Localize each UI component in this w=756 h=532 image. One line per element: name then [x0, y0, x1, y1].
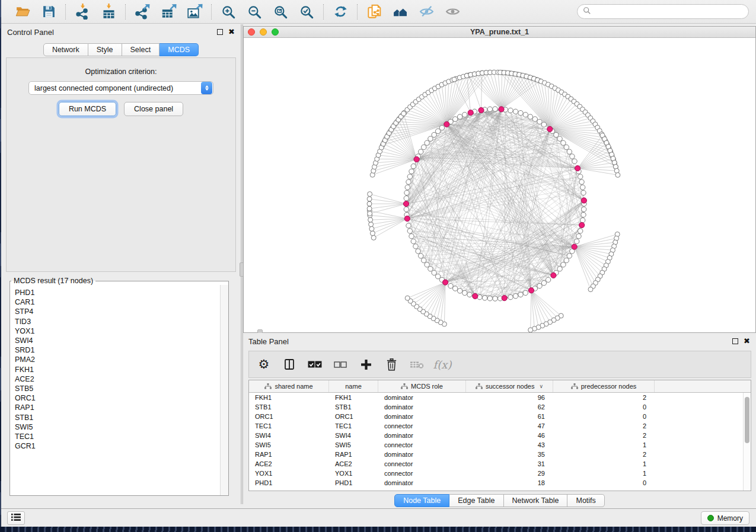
graph-node[interactable] [422, 145, 426, 149]
graph-hub-node[interactable] [579, 222, 585, 227]
graph-node[interactable] [406, 180, 411, 184]
graph-node[interactable] [561, 262, 566, 267]
graph-node[interactable] [409, 169, 414, 174]
close-table-panel-icon[interactable]: ✖ [744, 338, 750, 344]
graph-hub-node[interactable] [528, 288, 534, 293]
delete-table-button[interactable] [409, 357, 425, 372]
graph-node[interactable] [567, 254, 572, 258]
graph-node[interactable] [409, 234, 414, 239]
mcds-result-item[interactable]: ACE2 [15, 374, 219, 384]
graph-node[interactable] [567, 149, 572, 154]
graph-node[interactable] [401, 111, 406, 116]
tab-edge-table[interactable]: Edge Table [449, 494, 503, 507]
first-neighbors-button[interactable] [391, 3, 410, 21]
open-file-button[interactable] [13, 3, 32, 21]
graph-node[interactable] [508, 108, 513, 113]
table-row[interactable]: TEC1TEC1connector472 [249, 421, 743, 431]
export-image-button[interactable] [185, 3, 204, 21]
graph-node[interactable] [581, 190, 586, 195]
table-scrollbar-thumb[interactable] [745, 397, 749, 443]
graph-node[interactable] [413, 244, 418, 249]
graph-node[interactable] [588, 287, 593, 292]
graph-hub-node[interactable] [499, 107, 504, 112]
graph-node[interactable] [564, 258, 569, 262]
graph-node[interactable] [411, 164, 416, 168]
mcds-result-item[interactable]: STB1 [15, 413, 219, 422]
mcds-list-scrollbar[interactable] [220, 285, 228, 495]
graph-node[interactable] [513, 294, 518, 299]
mcds-result-item[interactable]: FKH1 [15, 365, 219, 374]
graph-node[interactable] [428, 267, 433, 271]
hide-selected-button[interactable] [417, 3, 436, 21]
graph-node[interactable] [369, 222, 374, 227]
graph-node[interactable] [425, 262, 429, 267]
graph-node[interactable] [582, 207, 586, 211]
graph-node[interactable] [425, 140, 429, 145]
zoom-selected-button[interactable] [297, 3, 316, 21]
export-table-button[interactable] [159, 3, 178, 21]
graph-node[interactable] [537, 119, 542, 124]
mcds-result-item[interactable]: SWI4 [15, 336, 219, 345]
table-row[interactable]: PHD1PHD1dominator180 [249, 478, 743, 488]
zoom-in-button[interactable] [219, 3, 238, 21]
graph-node[interactable] [435, 274, 440, 278]
table-row[interactable]: SWI5SWI5connector431 [249, 440, 743, 450]
graph-node[interactable] [405, 185, 410, 190]
table-settings-button[interactable]: ⚙ [256, 357, 272, 372]
graph-node[interactable] [367, 206, 372, 211]
mcds-result-item[interactable]: STB5 [15, 384, 219, 393]
graph-node[interactable] [405, 296, 410, 300]
graph-hub-node[interactable] [404, 216, 410, 221]
graph-node[interactable] [572, 159, 577, 164]
graph-node[interactable] [579, 180, 584, 184]
column-header-name[interactable]: name [329, 380, 378, 392]
table-row[interactable]: FKH1FKH1dominator962 [249, 393, 743, 402]
graph-hub-node[interactable] [479, 107, 484, 113]
export-network-button[interactable] [133, 3, 152, 21]
graph-node[interactable] [368, 217, 373, 222]
graph-node[interactable] [528, 328, 533, 332]
graph-node[interactable] [432, 132, 436, 137]
graph-node[interactable] [576, 234, 581, 239]
graph-node[interactable] [615, 172, 620, 177]
graph-node[interactable] [537, 283, 542, 288]
table-scrollbar[interactable] [743, 393, 751, 491]
graph-node[interactable] [368, 211, 372, 216]
graph-hub-node[interactable] [443, 280, 448, 285]
deselect-all-rows-button[interactable] [333, 357, 348, 372]
tab-mcds[interactable]: MCDS [160, 43, 199, 56]
mcds-result-item[interactable]: STP4 [15, 307, 219, 316]
graph-node[interactable] [457, 114, 462, 119]
run-mcds-button[interactable]: Run MCDS [59, 102, 116, 116]
float-table-panel-icon[interactable] [732, 338, 738, 344]
mcds-result-item[interactable]: TEC1 [15, 432, 219, 441]
table-row[interactable]: STB1STB1dominator620 [249, 402, 743, 412]
graph-node[interactable] [564, 145, 569, 149]
graph-node[interactable] [557, 267, 562, 271]
graph-node[interactable] [508, 294, 513, 299]
network-search-box[interactable] [577, 4, 749, 19]
graph-node[interactable] [419, 149, 423, 154]
mcds-result-item[interactable]: PHD1 [15, 288, 219, 297]
column-header-mcds-role[interactable]: MCDS role [378, 380, 466, 392]
graph-node[interactable] [457, 289, 462, 293]
table-row[interactable]: ORC1ORC1dominator610 [249, 412, 743, 421]
graph-node[interactable] [368, 192, 372, 197]
graph-node[interactable] [532, 117, 537, 121]
graph-node[interactable] [518, 292, 523, 297]
graph-node[interactable] [371, 235, 376, 240]
graph-node[interactable] [487, 296, 492, 301]
graph-node[interactable] [435, 129, 440, 133]
graph-node[interactable] [432, 270, 436, 275]
graph-hub-node[interactable] [502, 296, 507, 301]
graph-node[interactable] [578, 174, 583, 179]
graph-hub-node[interactable] [414, 156, 419, 162]
graph-node[interactable] [467, 292, 472, 297]
graph-node[interactable] [523, 112, 528, 117]
float-panel-icon[interactable] [217, 29, 223, 35]
import-network-button[interactable] [73, 3, 92, 21]
graph-node[interactable] [428, 136, 433, 141]
graph-node[interactable] [404, 190, 409, 195]
column-view-button[interactable] [282, 357, 297, 372]
graph-node[interactable] [452, 77, 457, 82]
